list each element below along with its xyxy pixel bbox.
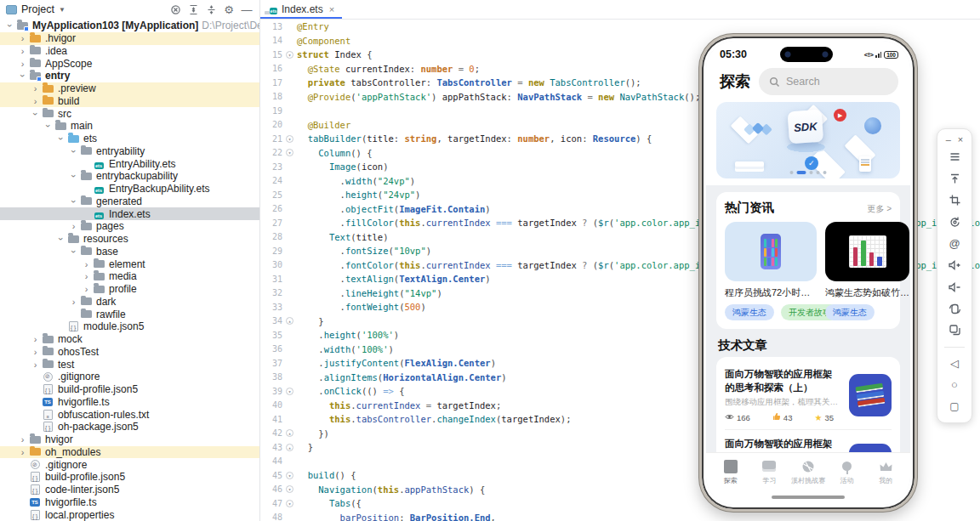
search-input[interactable]: Search: [759, 68, 898, 95]
chevron-down-icon[interactable]: ▼: [59, 6, 66, 14]
tree-row[interactable]: ›generated: [0, 195, 259, 208]
home-button[interactable]: ○: [937, 374, 971, 396]
tree-row[interactable]: ›test: [0, 358, 259, 371]
fold-marker-icon[interactable]: ▾: [282, 485, 297, 493]
tree-row[interactable]: ›media: [0, 270, 259, 283]
project-panel-title[interactable]: Project: [21, 3, 54, 15]
chevron-expanded-icon[interactable]: ›: [43, 121, 54, 132]
toolbar-close-button[interactable]: ×: [958, 134, 963, 144]
tree-row[interactable]: ›mock: [0, 333, 259, 346]
tab-index-ets[interactable]: ets Index.ets ×: [260, 0, 342, 19]
fold-marker-icon[interactable]: ▴: [282, 444, 297, 451]
hot-news-card-title[interactable]: 程序员挑战72小时…: [725, 286, 817, 299]
chevron-collapsed-icon[interactable]: ›: [17, 434, 28, 445]
tree-row[interactable]: ›ets: [0, 133, 259, 145]
chevron-collapsed-icon[interactable]: ›: [81, 284, 92, 294]
carousel-dot[interactable]: [790, 171, 794, 174]
tree-row[interactable]: ›ohosTest: [0, 346, 259, 359]
chevron-expanded-icon[interactable]: ›: [69, 171, 79, 182]
hot-news-card-title[interactable]: 鸿蒙生态势如破竹…: [825, 286, 909, 299]
tag-pill[interactable]: 鸿蒙生态: [725, 304, 774, 320]
chevron-expanded-icon[interactable]: ›: [56, 133, 66, 144]
tree-row[interactable]: ›.preview: [0, 82, 259, 95]
tree-row[interactable]: { }local.properties: [0, 508, 259, 521]
settings-gear-icon[interactable]: ⚙: [222, 3, 236, 16]
tree-row[interactable]: ›hvigor: [0, 433, 259, 446]
multi-window-button[interactable]: [937, 320, 971, 342]
chevron-collapsed-icon[interactable]: ›: [17, 447, 28, 457]
tree-row[interactable]: ⊘.gitignore: [0, 458, 259, 471]
tree-row[interactable]: rawfile: [0, 308, 259, 320]
chevron-expanded-icon[interactable]: ›: [5, 20, 15, 31]
chevron-collapsed-icon[interactable]: ›: [68, 221, 79, 231]
tree-row[interactable]: ›dark: [0, 296, 259, 309]
phone-illustration[interactable]: [725, 222, 817, 281]
fold-marker-icon[interactable]: ▾: [282, 51, 297, 59]
chevron-collapsed-icon[interactable]: ›: [68, 297, 79, 307]
rotate-button[interactable]: [937, 298, 971, 320]
volume-up-button[interactable]: [937, 255, 971, 277]
tree-row[interactable]: etsIndex.ets: [0, 207, 259, 220]
tree-row[interactable]: ›profile: [0, 283, 259, 296]
tree-row[interactable]: ›entryability: [0, 145, 259, 158]
fold-marker-icon[interactable]: ▾: [282, 135, 297, 143]
chevron-collapsed-icon[interactable]: ›: [17, 59, 28, 69]
collapse-all-button[interactable]: [204, 3, 218, 16]
close-tab-icon[interactable]: ×: [329, 4, 334, 14]
restart-button[interactable]: [937, 212, 971, 234]
fold-marker-icon[interactable]: ▾: [282, 149, 297, 156]
hot-news-card[interactable]: 程序员挑战72小时…鸿蒙生态开发者故事: [725, 222, 817, 320]
fold-marker-icon[interactable]: ▴: [282, 429, 297, 437]
volume-down-button[interactable]: [937, 276, 971, 298]
menu-button[interactable]: [937, 146, 971, 168]
tree-row[interactable]: ›AppScope: [0, 57, 259, 70]
tree-row[interactable]: ›entrybackupability: [0, 170, 259, 183]
hide-panel-button[interactable]: —: [240, 3, 254, 16]
chevron-collapsed-icon[interactable]: ›: [17, 33, 28, 43]
tree-row[interactable]: ›build: [0, 95, 259, 108]
chevron-expanded-icon[interactable]: ›: [56, 234, 66, 245]
tab-explore[interactable]: 探索: [711, 459, 750, 505]
tree-row[interactable]: TShvigorfile.ts: [0, 496, 259, 509]
toolbar-minimize-button[interactable]: –: [946, 134, 951, 144]
chevron-collapsed-icon[interactable]: ›: [30, 96, 41, 106]
carousel-dot[interactable]: [810, 171, 813, 174]
article-title[interactable]: 面向万物智联的应用框架的思考和探索（上）: [725, 367, 840, 394]
carousel-dots[interactable]: [790, 171, 827, 174]
tree-row[interactable]: ≡obfuscation-rules.txt: [0, 408, 259, 421]
back-button[interactable]: ◁: [937, 353, 971, 375]
tree-row[interactable]: { }build-profile.json5: [0, 471, 259, 484]
carousel-dot[interactable]: [817, 171, 820, 174]
tree-row[interactable]: TShvigorfile.ts: [0, 396, 259, 409]
tree-row[interactable]: ›pages: [0, 220, 259, 233]
tree-row[interactable]: etsEntryBackupAbility.ets: [0, 183, 259, 195]
home-indicator[interactable]: [772, 496, 845, 499]
chevron-collapsed-icon[interactable]: ›: [17, 46, 28, 56]
chevron-collapsed-icon[interactable]: ›: [30, 83, 41, 93]
at-sign-button[interactable]: @: [937, 233, 971, 255]
tree-row[interactable]: { }code-linter.json5: [0, 484, 259, 496]
fold-marker-icon[interactable]: ▾: [282, 472, 297, 479]
chevron-expanded-icon[interactable]: ›: [69, 246, 79, 257]
screenshot-button[interactable]: [937, 190, 971, 212]
chevron-collapsed-icon[interactable]: ›: [81, 271, 92, 281]
fold-marker-icon[interactable]: ▾: [282, 500, 297, 507]
tree-row[interactable]: ⊘.gitignore: [0, 371, 259, 383]
chevron-collapsed-icon[interactable]: ›: [30, 360, 41, 370]
tree-row[interactable]: { }oh-package.json5: [0, 421, 259, 433]
tab-mine[interactable]: 我的: [866, 459, 905, 505]
fold-marker-icon[interactable]: ▾: [282, 388, 297, 395]
banner-carousel[interactable]: SDK ▶ ✓: [716, 102, 900, 178]
tree-row[interactable]: { }build-profile.json5: [0, 383, 259, 396]
tree-row[interactable]: ›.idea: [0, 45, 259, 58]
fold-marker-icon[interactable]: ▴: [282, 317, 297, 325]
tree-row[interactable]: etsEntryAbility.ets: [0, 157, 259, 170]
tree-row[interactable]: ›base: [0, 246, 259, 258]
chevron-expanded-icon[interactable]: ›: [31, 108, 41, 119]
tree-row[interactable]: ›src: [0, 107, 259, 120]
tree-row[interactable]: ›entry: [0, 70, 259, 82]
chevron-collapsed-icon[interactable]: ›: [30, 347, 41, 357]
chevron-expanded-icon[interactable]: ›: [69, 145, 79, 156]
tree-row[interactable]: ›resources: [0, 233, 259, 246]
chevron-collapsed-icon[interactable]: ›: [81, 259, 92, 269]
